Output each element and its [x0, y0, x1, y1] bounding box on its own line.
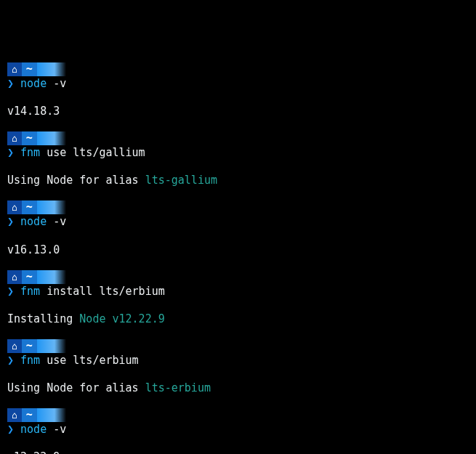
cwd-badge: ~ — [7, 270, 66, 284]
output-line: v16.13.0 — [7, 243, 60, 256]
home-icon — [7, 200, 22, 214]
output-line: Using Node for alias lts-erbium — [7, 381, 211, 394]
prompt-arrow: ❯ — [7, 423, 14, 436]
output-alias: lts-gallium — [145, 174, 217, 187]
prompt-line[interactable]: ❯ node -v — [7, 215, 469, 229]
output-line: v12.22.9 — [7, 450, 60, 454]
cwd-tilde: ~ — [22, 339, 37, 353]
prompt-arrow: ❯ — [7, 146, 14, 159]
cwd-tilde: ~ — [22, 62, 37, 76]
prompt-line[interactable]: ❯ fnm use lts/erbium — [7, 354, 469, 368]
badge-fade — [37, 339, 66, 353]
home-icon — [7, 339, 22, 353]
command-binary: fnm — [20, 354, 40, 367]
command-binary: node — [20, 77, 47, 90]
command-args: -v — [53, 423, 66, 436]
badge-fade — [37, 408, 66, 422]
command-args: -v — [53, 77, 66, 90]
terminal-block: ~ ❯ node -v v16.13.0 — [7, 200, 469, 256]
home-icon — [7, 62, 22, 76]
output-line: Using Node for alias lts-gallium — [7, 174, 217, 187]
badge-fade — [37, 62, 66, 76]
cwd-badge: ~ — [7, 408, 66, 422]
badge-fade — [37, 270, 66, 284]
terminal-block: ~ ❯ fnm install lts/erbium Installing No… — [7, 270, 469, 326]
command-args: use lts/erbium — [47, 354, 138, 367]
home-icon — [7, 270, 22, 284]
badge-fade — [37, 200, 66, 214]
prompt-arrow: ❯ — [7, 215, 14, 228]
cwd-badge: ~ — [7, 131, 66, 145]
prompt-line[interactable]: ❯ node -v — [7, 77, 469, 91]
output-line: v14.18.3 — [7, 105, 60, 118]
command-binary: node — [20, 215, 47, 228]
home-icon — [7, 408, 22, 422]
output-alias: lts-erbium — [145, 381, 211, 394]
prompt-line[interactable]: ❯ fnm install lts/erbium — [7, 285, 469, 299]
command-binary: fnm — [20, 146, 40, 159]
command-args: -v — [53, 215, 66, 228]
cwd-tilde: ~ — [22, 131, 37, 145]
cwd-badge: ~ — [7, 62, 66, 76]
badge-fade — [37, 131, 66, 145]
cwd-badge: ~ — [7, 200, 66, 214]
command-binary: fnm — [20, 285, 40, 298]
cwd-tilde: ~ — [22, 408, 37, 422]
terminal-block: ~ ❯ fnm use lts/erbium Using Node for al… — [7, 339, 469, 395]
output-alias: Node v12.22.9 — [79, 312, 164, 325]
home-icon — [7, 131, 22, 145]
output-line: Installing Node v12.22.9 — [7, 312, 165, 325]
terminal-block: ~ ❯ node -v v12.22.9 — [7, 408, 469, 454]
command-args: use lts/gallium — [47, 146, 145, 159]
cwd-tilde: ~ — [22, 270, 37, 284]
command-binary: node — [20, 423, 47, 436]
terminal-block: ~ ❯ fnm use lts/gallium Using Node for a… — [7, 131, 469, 187]
prompt-line[interactable]: ❯ node -v — [7, 423, 469, 437]
terminal-block: ~ ❯ node -v v14.18.3 — [7, 62, 469, 118]
prompt-arrow: ❯ — [7, 285, 14, 298]
prompt-arrow: ❯ — [7, 77, 14, 90]
prompt-arrow: ❯ — [7, 354, 14, 367]
command-args: install lts/erbium — [47, 285, 165, 298]
cwd-tilde: ~ — [22, 200, 37, 214]
prompt-line[interactable]: ❯ fnm use lts/gallium — [7, 146, 469, 160]
cwd-badge: ~ — [7, 339, 66, 353]
